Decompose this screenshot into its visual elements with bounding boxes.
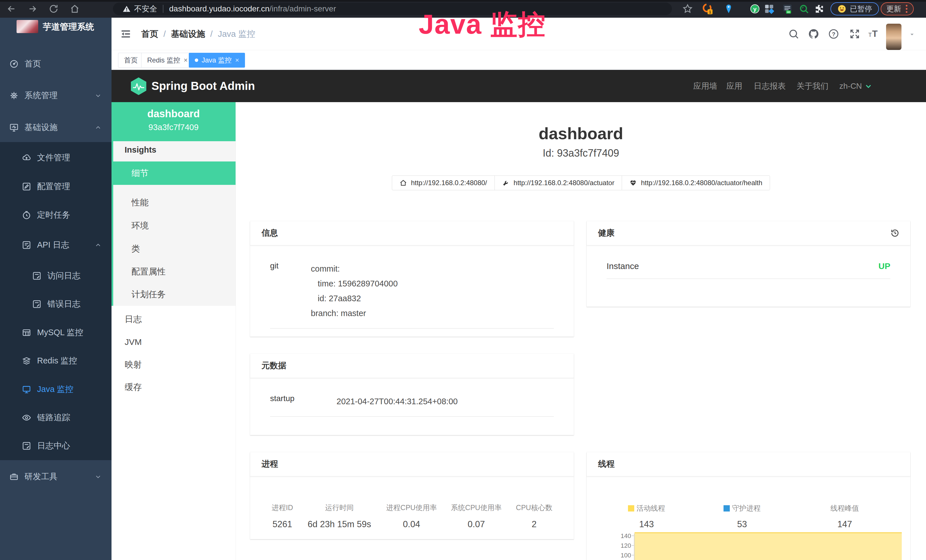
menu-item-config-props[interactable]: 配置属性 <box>113 260 236 283</box>
browser-reload-icon[interactable] <box>48 4 59 14</box>
instance-id-line: Id: 93a3fc7f7409 <box>236 147 926 159</box>
browser-menu-kebab-icon[interactable] <box>905 4 908 14</box>
breadcrumb-infrastructure[interactable]: 基础设施 <box>171 28 205 40</box>
instance-actuator-link[interactable]: http://192.168.0.2:48080/actuator <box>495 176 622 190</box>
chevron-up-icon <box>94 124 102 131</box>
sba-nav-applications[interactable]: 应用 <box>726 70 742 102</box>
doc-edit-icon <box>32 299 42 309</box>
search-icon[interactable] <box>788 28 799 40</box>
browser-forward-icon[interactable] <box>27 4 38 14</box>
sidebar-item-java-monitor[interactable]: Java 监控 <box>0 375 112 404</box>
browser-back-icon[interactable] <box>6 4 17 14</box>
tab-redis-monitor[interactable]: Redis 监控 × <box>141 53 194 68</box>
svg-text:?: ? <box>832 31 835 37</box>
wrench-icon <box>502 179 510 186</box>
svg-text:T: T <box>872 29 878 39</box>
extension-icon-1[interactable]: 1 <box>702 3 713 14</box>
url-text[interactable]: dashboard.yudao.iocoder.cn/infra/admin-s… <box>169 4 336 14</box>
omnibox-divider <box>163 5 163 13</box>
cloud-upload-icon <box>22 153 31 163</box>
chevron-down-icon <box>94 92 102 99</box>
spring-boot-admin-logo[interactable] <box>130 77 147 95</box>
help-icon[interactable]: ? <box>828 28 839 40</box>
sidebar-item-api-logs[interactable]: API 日志 <box>0 231 112 259</box>
sidebar-item-access-logs[interactable]: 访问日志 <box>0 262 112 290</box>
instance-header[interactable]: dashboard 93a3fc7f7409 <box>112 102 236 141</box>
doc-edit-icon <box>32 271 42 281</box>
avatar-caret-icon[interactable] <box>909 31 915 38</box>
sba-nav-wall[interactable]: 应用墙 <box>693 70 717 102</box>
sidebar-item-mysql-monitor[interactable]: MySQL 监控 <box>0 318 112 347</box>
menu-item-scheduled[interactable]: 计划任务 <box>113 283 236 306</box>
health-instance-row[interactable]: Instance UP <box>607 261 890 279</box>
font-size-icon[interactable]: TT <box>868 28 879 40</box>
close-icon[interactable]: × <box>235 57 239 64</box>
sidebar-item-dev-tools[interactable]: 研发工具 <box>0 462 112 491</box>
update-browser-button[interactable]: 更新 <box>881 2 914 15</box>
menu-item-performance[interactable]: 性能 <box>113 191 236 214</box>
sidebar-item-config-management[interactable]: 配置管理 <box>0 172 112 201</box>
sidebar-item-error-logs[interactable]: 错误日志 <box>0 290 112 318</box>
menu-item-details[interactable]: 细节 <box>113 162 236 185</box>
sidebar-item-home[interactable]: 首页 <box>0 50 112 78</box>
edit-square-icon <box>22 182 31 191</box>
sidebar-item-infrastructure[interactable]: 基础设施 <box>0 113 112 142</box>
sba-brand-title[interactable]: Spring Boot Admin <box>151 70 255 102</box>
sba-nav-about[interactable]: 关于我们 <box>796 70 828 102</box>
extension-icon-y[interactable]: y <box>749 3 760 14</box>
menu-item-mappings[interactable]: 映射 <box>112 353 236 376</box>
extension-icon-grid[interactable] <box>764 3 775 14</box>
insights-section-label[interactable]: Insights <box>125 145 156 154</box>
insecure-warning-icon[interactable] <box>123 5 131 13</box>
instance-health-link[interactable]: http://192.168.0.2:48080/actuator/health <box>622 176 770 190</box>
threads-card: 线程 活动线程 143 守护进程 53 线程峰值 147 140 120 100 <box>587 452 910 560</box>
monitor-stats-icon <box>9 123 19 132</box>
menu-item-classes[interactable]: 类 <box>113 238 236 260</box>
emoji-face-icon <box>837 4 846 14</box>
browser-tabstrip <box>0 0 926 2</box>
sidebar-logo[interactable]: 芋道管理系统 <box>0 18 112 52</box>
layers-icon <box>22 356 31 366</box>
menu-item-logs[interactable]: 日志 <box>112 308 236 331</box>
sba-main-content: dashboard Id: 93a3fc7f7409 http://192.16… <box>236 102 926 560</box>
sidebar-item-redis-monitor[interactable]: Redis 监控 <box>0 347 112 375</box>
extension-icon-tabs-list[interactable]: on <box>782 3 793 14</box>
tab-java-monitor[interactable]: Java 监控 × <box>189 53 245 68</box>
legend-swatch-daemon <box>723 505 730 512</box>
tags-view-bar: 首页 Redis 监控 × Java 监控 × <box>112 50 926 70</box>
brand-title: 芋道管理系统 <box>43 21 94 33</box>
instance-home-link[interactable]: http://192.168.0.2:48080/ <box>392 176 495 190</box>
user-avatar[interactable] <box>886 24 902 50</box>
menu-item-jvm[interactable]: JVM <box>112 331 236 353</box>
close-icon[interactable]: × <box>184 57 188 64</box>
svg-text:T: T <box>869 32 872 38</box>
history-icon[interactable] <box>890 228 900 238</box>
health-card: 健康 Instance UP <box>587 221 910 307</box>
github-icon[interactable] <box>808 28 819 40</box>
sidebar-collapse-icon[interactable] <box>120 28 132 40</box>
sidebar-item-tracing[interactable]: 链路追踪 <box>0 403 112 432</box>
sidebar-item-system[interactable]: 系统管理 <box>0 81 112 110</box>
security-label[interactable]: 不安全 <box>134 4 157 14</box>
sba-nav-journal[interactable]: 日志报表 <box>754 70 786 102</box>
sidebar-item-log-center[interactable]: 日志中心 <box>0 431 112 460</box>
bookmark-star-icon[interactable] <box>682 3 693 14</box>
fullscreen-icon[interactable] <box>849 28 860 40</box>
address-bar[interactable]: 不安全 dashboard.yudao.iocoder.cn/infra/adm… <box>113 3 672 15</box>
sba-language-select[interactable]: zh-CN <box>839 70 872 102</box>
extension-icon-pin[interactable] <box>723 3 734 14</box>
menu-item-caches[interactable]: 缓存 <box>112 376 236 398</box>
paused-extension-button[interactable]: 已暂停 <box>831 2 879 15</box>
menu-item-environment[interactable]: 环境 <box>113 214 236 237</box>
sidebar-item-file-management[interactable]: 文件管理 <box>0 144 112 172</box>
sba-navbar: Spring Boot Admin 应用墙 应用 日志报表 关于我们 zh-CN <box>112 70 926 102</box>
extension-icon-puzzle[interactable] <box>814 3 825 14</box>
instance-links: http://192.168.0.2:48080/ http://192.168… <box>236 176 926 190</box>
svg-text:1: 1 <box>709 10 711 14</box>
extension-icon-search-green[interactable] <box>799 3 809 14</box>
sidebar-item-scheduled-tasks[interactable]: 定时任务 <box>0 201 112 229</box>
tab-home[interactable]: 首页 <box>118 53 144 68</box>
breadcrumb-home[interactable]: 首页 <box>141 28 158 40</box>
browser-home-icon[interactable] <box>70 4 80 14</box>
instance-name: dashboard <box>112 102 236 120</box>
